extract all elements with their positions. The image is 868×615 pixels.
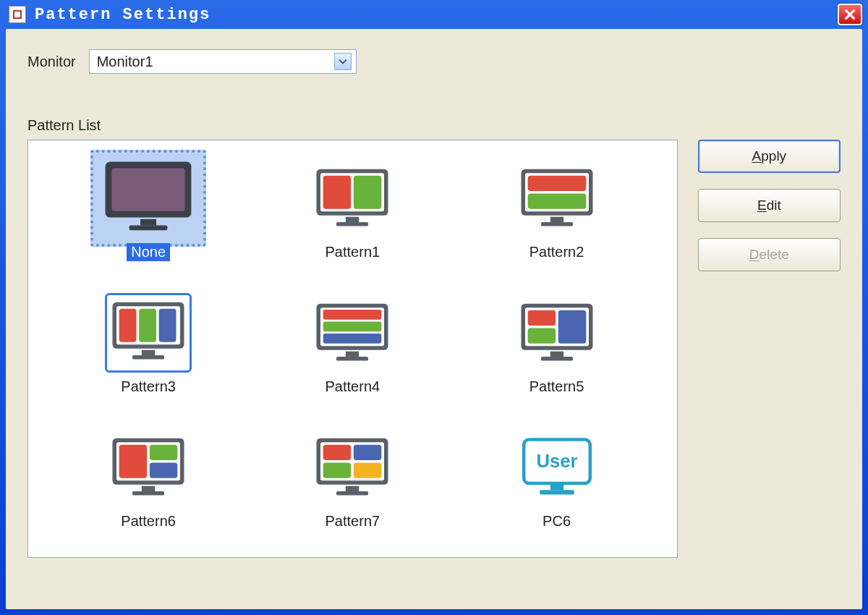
pattern-item-pattern3[interactable]: Pattern3 bbox=[83, 289, 213, 396]
monitor-pattern7-icon bbox=[312, 433, 392, 502]
svg-rect-36 bbox=[558, 310, 586, 344]
pattern-grid: None bbox=[50, 155, 655, 554]
window-title: Pattern Settings bbox=[35, 6, 210, 24]
titlebar: Pattern Settings bbox=[6, 0, 862, 29]
pattern-item-none[interactable]: None bbox=[83, 155, 213, 261]
pattern-item-pattern7[interactable]: Pattern7 bbox=[287, 424, 417, 530]
svg-rect-44 bbox=[142, 486, 155, 491]
svg-rect-17 bbox=[541, 222, 573, 226]
monitor-pattern3-icon bbox=[109, 297, 188, 366]
pattern-item-pattern6[interactable]: Pattern6 bbox=[83, 424, 213, 530]
svg-rect-21 bbox=[139, 309, 156, 342]
app-icon bbox=[9, 6, 26, 23]
pattern-item-label: Pattern6 bbox=[116, 512, 180, 530]
monitor-pattern5-icon bbox=[517, 298, 597, 368]
monitor-none-icon bbox=[98, 157, 199, 237]
svg-rect-28 bbox=[323, 321, 382, 331]
delete-button-label: Delete bbox=[749, 247, 789, 263]
svg-rect-8 bbox=[323, 176, 352, 209]
svg-rect-27 bbox=[323, 310, 382, 320]
svg-rect-16 bbox=[550, 217, 563, 222]
svg-rect-4 bbox=[140, 219, 156, 226]
pattern-item-label: Pattern2 bbox=[525, 243, 589, 261]
svg-rect-23 bbox=[142, 350, 155, 355]
svg-rect-31 bbox=[336, 357, 368, 361]
pattern-item-label: None bbox=[127, 243, 170, 261]
pattern-item-pattern4[interactable]: Pattern4 bbox=[287, 289, 417, 396]
monitor-pattern2-icon bbox=[517, 164, 597, 233]
svg-text:User: User bbox=[536, 451, 577, 471]
pattern-item-label: Pattern4 bbox=[321, 378, 385, 396]
main-row: None bbox=[27, 140, 841, 558]
svg-rect-30 bbox=[346, 352, 359, 357]
chevron-down-icon bbox=[334, 53, 352, 70]
svg-rect-20 bbox=[119, 309, 137, 342]
pattern-item-pattern1[interactable]: Pattern1 bbox=[287, 155, 417, 261]
monitor-pattern6-icon bbox=[109, 433, 188, 502]
monitor-label: Monitor bbox=[27, 54, 76, 70]
delete-button: Delete bbox=[698, 238, 841, 271]
svg-rect-9 bbox=[354, 176, 381, 209]
svg-rect-14 bbox=[527, 176, 586, 191]
svg-rect-45 bbox=[132, 491, 164, 496]
svg-rect-3 bbox=[112, 168, 185, 211]
svg-rect-15 bbox=[527, 194, 586, 209]
window-frame: Pattern Settings Monitor Monitor1 Patter… bbox=[0, 0, 868, 615]
monitor-select-value: Monitor1 bbox=[97, 54, 153, 70]
monitor-row: Monitor Monitor1 bbox=[27, 49, 841, 74]
pattern-item-label: Pattern7 bbox=[321, 512, 385, 530]
monitor-pattern4-icon bbox=[312, 298, 392, 368]
svg-rect-52 bbox=[346, 486, 359, 491]
selection-halo bbox=[90, 150, 206, 247]
svg-rect-41 bbox=[119, 445, 148, 478]
svg-rect-48 bbox=[323, 445, 352, 460]
pattern-list: None bbox=[27, 140, 678, 558]
pattern-item-label: Pattern5 bbox=[525, 378, 589, 396]
svg-rect-51 bbox=[354, 463, 381, 478]
edit-button-label: Edit bbox=[757, 198, 781, 213]
svg-rect-5 bbox=[129, 226, 168, 231]
pattern-item-label: Pattern3 bbox=[116, 378, 180, 396]
edit-button[interactable]: Edit bbox=[698, 189, 841, 222]
pattern-item-pattern5[interactable]: Pattern5 bbox=[492, 289, 622, 396]
svg-rect-56 bbox=[550, 485, 563, 490]
pattern-item-label: PC6 bbox=[538, 512, 575, 530]
close-button[interactable] bbox=[838, 4, 862, 25]
apply-button-label: Apply bbox=[752, 148, 787, 164]
svg-rect-22 bbox=[159, 309, 176, 342]
svg-rect-38 bbox=[541, 357, 573, 361]
svg-rect-42 bbox=[150, 445, 178, 460]
svg-rect-34 bbox=[527, 310, 556, 326]
pattern-list-label: Pattern List bbox=[27, 117, 841, 134]
client-area: Monitor Monitor1 Pattern List bbox=[6, 29, 862, 609]
svg-rect-37 bbox=[550, 352, 563, 357]
svg-rect-43 bbox=[150, 463, 178, 478]
app-icon-inner bbox=[13, 10, 22, 19]
svg-rect-24 bbox=[132, 355, 164, 360]
focus-border bbox=[105, 293, 192, 373]
pattern-item-pattern2[interactable]: Pattern2 bbox=[492, 155, 622, 261]
monitor-pattern1-icon bbox=[312, 164, 392, 233]
svg-rect-29 bbox=[323, 334, 382, 344]
pattern-item-label: Pattern1 bbox=[321, 243, 385, 261]
svg-rect-53 bbox=[336, 491, 368, 496]
close-icon bbox=[844, 9, 856, 20]
monitor-select[interactable]: Monitor1 bbox=[89, 49, 357, 74]
svg-rect-11 bbox=[336, 222, 368, 226]
svg-rect-35 bbox=[527, 328, 556, 344]
svg-rect-57 bbox=[540, 490, 574, 494]
svg-rect-10 bbox=[346, 217, 359, 222]
monitor-user-icon: User bbox=[517, 433, 597, 502]
apply-button[interactable]: Apply bbox=[698, 140, 841, 173]
pattern-item-user[interactable]: User PC6 bbox=[492, 424, 622, 530]
svg-rect-49 bbox=[354, 445, 381, 460]
svg-rect-50 bbox=[323, 463, 352, 478]
button-column: Apply Edit Delete bbox=[698, 140, 841, 271]
